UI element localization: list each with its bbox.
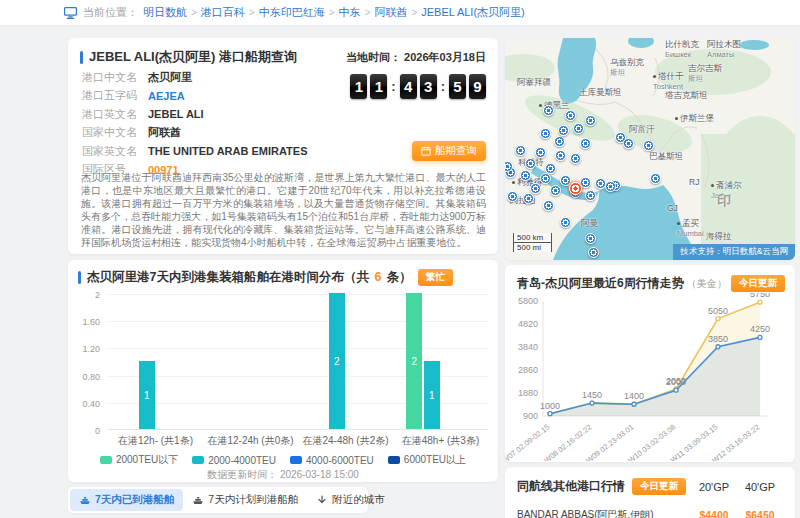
current-port-marker-icon[interactable]	[569, 182, 582, 195]
data-point[interactable]	[716, 345, 720, 349]
map-place-label: 巴基斯坦	[649, 152, 683, 162]
port-marker-icon[interactable]	[565, 110, 576, 121]
rate-port-name: BANDAR ABBAS(阿巴斯,伊朗)	[517, 508, 691, 518]
bar-chart-title-text: 杰贝阿里港7天内到港集装箱船舶在港时间分布（共 6 条）	[87, 269, 412, 286]
port-marker-icon[interactable]	[525, 158, 536, 169]
port-marker-icon[interactable]	[554, 136, 565, 147]
legend-item[interactable]: 4000-6000TEU	[290, 453, 374, 467]
schedule-query-button[interactable]: 船期查询	[412, 141, 486, 161]
field-label: 港口中文名	[82, 70, 148, 85]
title-accent-bar	[78, 271, 81, 284]
data-point-label: 5050	[708, 306, 728, 316]
legend-item[interactable]: 2000-4000TEU	[192, 453, 276, 467]
tab-planned-ships[interactable]: 7天内计划到港船舶	[183, 489, 307, 511]
data-point[interactable]	[758, 335, 762, 339]
port-marker-icon[interactable]	[543, 105, 554, 116]
breadcrumb-separator: >	[329, 7, 335, 18]
breadcrumb-link[interactable]: 明日数航	[143, 5, 187, 20]
map-card[interactable]: 阿塞拜疆乌兹别克斯坦土库曼斯坦吉尔吉斯斯坦塔什干Toshkent塔吉克斯坦比什凯…	[505, 38, 795, 260]
local-time-block: 当地时间： 2026年03月18日 11:43:59	[346, 50, 486, 99]
city-dot-icon	[512, 181, 515, 184]
breadcrumb-link[interactable]: 中东印巴红海	[259, 5, 325, 20]
bar-2000TEU以下[interactable]: 2	[406, 293, 422, 429]
port-marker-icon[interactable]	[535, 147, 546, 158]
port-marker-icon[interactable]	[585, 115, 596, 126]
data-point[interactable]	[758, 300, 762, 304]
port-marker-icon[interactable]	[650, 173, 661, 184]
y-axis-label: 0	[95, 426, 100, 436]
data-point-label: 2000	[666, 377, 686, 387]
port-marker-icon[interactable]	[615, 132, 626, 143]
port-marker-icon[interactable]	[588, 247, 599, 258]
port-field-row: 国家中文名阿联酋	[82, 124, 308, 142]
updated-today-badge: 今日更新	[731, 275, 785, 292]
port-marker-icon[interactable]	[643, 140, 654, 151]
tab-nearby-cities[interactable]: 附近的城市	[307, 489, 394, 511]
y-axis-label: 2	[95, 290, 100, 300]
field-label: 港口五字码	[82, 88, 148, 103]
port-marker-icon[interactable]	[530, 183, 541, 194]
field-label: 国家英文名	[82, 144, 148, 159]
port-marker-icon[interactable]	[605, 181, 616, 192]
bar-chart-y-axis: 21.601.200.800.400	[78, 294, 102, 430]
port-marker-icon[interactable]	[573, 123, 584, 134]
y-axis-label: 1880	[518, 388, 538, 398]
data-point[interactable]	[674, 388, 678, 392]
in-port-time-chart-card: 杰贝阿里港7天内到港集装箱船舶在港时间分布（共 6 条） 繁忙 21.601.2…	[68, 260, 498, 482]
x-axis-label: 在港12-24h (共0条)	[203, 434, 298, 448]
map-place-label: 阿拉木图Алматы	[707, 40, 741, 59]
breadcrumb-separator: >	[191, 7, 197, 18]
port-marker-icon[interactable]	[523, 193, 534, 204]
port-marker-icon[interactable]	[550, 185, 561, 196]
bar-group: 2	[298, 294, 393, 429]
port-marker-icon[interactable]	[585, 190, 596, 201]
y-axis-label: 900	[523, 411, 538, 421]
bar-2000-4000TEU[interactable]: 2	[329, 293, 345, 429]
port-marker-icon[interactable]	[585, 233, 596, 244]
bottom-tabs: 7天内已到港船舶7天内计划到港船舶附近的城市	[68, 487, 368, 513]
map-place-label: 塔什干Toshkent	[653, 72, 684, 91]
breadcrumb-separator: >	[249, 7, 255, 18]
data-point[interactable]	[548, 412, 552, 416]
tab-arrived-ships[interactable]: 7天内已到港船舶	[70, 489, 183, 511]
bar-2000-4000TEU[interactable]: 1	[139, 361, 155, 429]
port-marker-icon[interactable]	[507, 191, 518, 202]
legend-item[interactable]: 6000TEU以上	[388, 453, 466, 467]
data-point[interactable]	[716, 317, 720, 321]
rate-row[interactable]: BANDAR ABBAS(阿巴斯,伊朗)$4400$6450	[505, 508, 795, 518]
y-axis-label: 4820	[518, 319, 538, 329]
port-marker-icon[interactable]	[515, 145, 526, 156]
breadcrumb-link[interactable]: 中东	[339, 5, 361, 20]
port-marker-icon[interactable]	[558, 125, 569, 136]
col-20gp: 20'GP	[691, 481, 737, 493]
calendar-icon	[421, 146, 431, 156]
field-value[interactable]: AEJEA	[148, 90, 185, 102]
rate-trend-header: 青岛-杰贝阿里最近6周行情走势 （美金） 今日更新	[517, 275, 785, 292]
port-marker-icon[interactable]	[540, 128, 551, 139]
port-marker-icon[interactable]	[520, 170, 531, 181]
breadcrumb-link[interactable]: 港口百科	[201, 5, 245, 20]
breadcrumb-link[interactable]: JEBEL ALI(杰贝阿里)	[421, 5, 525, 20]
legend-label: 2000TEU以下	[116, 453, 178, 467]
map-place-label: 印	[717, 196, 734, 206]
y-axis-label: 0.80	[82, 372, 100, 382]
port-marker-icon[interactable]	[555, 150, 566, 161]
line-chart: 5800482038402860188090010001450140020505…	[505, 293, 795, 461]
port-marker-icon[interactable]	[543, 200, 554, 211]
breadcrumb-links: 明日数航>港口百科>中东印巴红海>中东>阿联酋>JEBEL ALI(杰贝阿里)	[140, 5, 528, 20]
port-marker-icon[interactable]	[570, 153, 581, 164]
x-axis-label: 在港24-48h (共2条)	[298, 434, 393, 448]
map-place-sublabel: Mumbai	[677, 229, 704, 239]
legend-item[interactable]: 2000TEU以下	[100, 453, 178, 467]
data-point[interactable]	[632, 402, 636, 406]
rates-columns: 20'GP 40'GP	[691, 481, 783, 493]
bar-chart-title: 杰贝阿里港7天内到港集装箱船舶在港时间分布（共 6 条） 繁忙	[78, 269, 488, 286]
port-marker-icon[interactable]	[560, 217, 571, 228]
port-marker-icon[interactable]	[540, 173, 551, 184]
port-marker-icon[interactable]	[580, 138, 591, 149]
breadcrumb-link[interactable]: 阿联酋	[374, 5, 407, 20]
data-point[interactable]	[590, 401, 594, 405]
map-place-label: 土库曼斯坦	[579, 88, 622, 98]
bar-2000-4000TEU[interactable]: 1	[424, 361, 440, 429]
city-dot-icon	[675, 117, 678, 120]
